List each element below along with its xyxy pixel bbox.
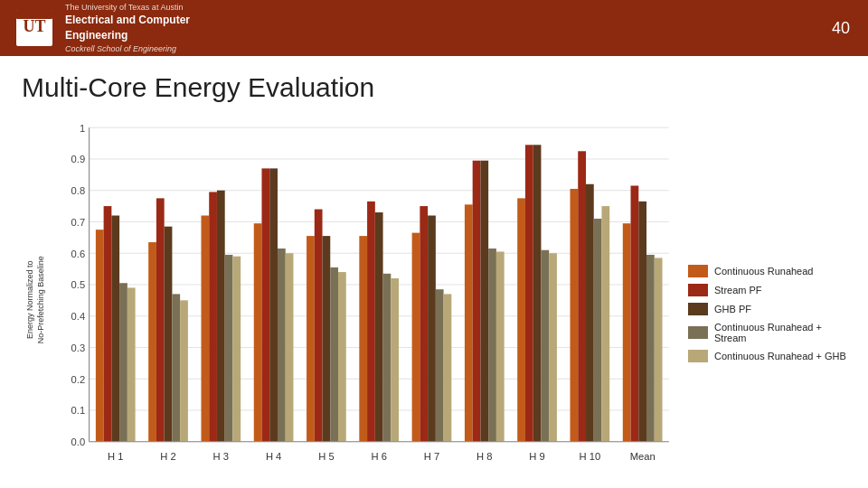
svg-rect-57 xyxy=(586,184,594,442)
svg-rect-76 xyxy=(444,294,452,441)
svg-rect-42 xyxy=(367,202,375,442)
svg-rect-69 xyxy=(646,255,655,442)
svg-rect-27 xyxy=(148,242,156,442)
university-line3: Engineering xyxy=(65,28,190,43)
svg-rect-74 xyxy=(338,272,346,442)
legend-item: Continuous Runahead + Stream xyxy=(688,322,846,343)
svg-rect-52 xyxy=(323,236,331,442)
svg-rect-43 xyxy=(420,206,428,442)
university-line4: Cockrell School of Engineering xyxy=(65,43,190,55)
y-axis-label: Energy Normalized toNo-Prefetching Basel… xyxy=(25,256,46,343)
svg-text:H 2: H 2 xyxy=(160,451,175,462)
svg-rect-53 xyxy=(375,212,383,442)
svg-rect-46 xyxy=(578,151,586,441)
page-title: Multi-Core Energy Evaluation xyxy=(22,72,846,103)
svg-rect-35 xyxy=(570,189,578,442)
svg-text:H 3: H 3 xyxy=(213,451,229,462)
svg-rect-54 xyxy=(428,216,436,442)
legend-label: Continuous Runahead + Stream xyxy=(714,322,846,343)
svg-rect-60 xyxy=(172,294,180,441)
svg-text:0.6: 0.6 xyxy=(71,249,86,259)
svg-rect-61 xyxy=(225,255,233,442)
legend-swatch xyxy=(688,326,708,339)
svg-text:0.4: 0.4 xyxy=(71,311,86,322)
svg-rect-45 xyxy=(525,145,533,441)
svg-rect-56 xyxy=(533,145,542,441)
svg-rect-68 xyxy=(594,219,602,442)
svg-rect-67 xyxy=(541,250,549,442)
svg-rect-77 xyxy=(496,251,505,441)
svg-rect-65 xyxy=(436,289,444,442)
svg-rect-40 xyxy=(261,168,269,441)
svg-text:0.7: 0.7 xyxy=(71,217,86,228)
svg-rect-50 xyxy=(217,191,225,442)
slide-number: 40 xyxy=(832,19,850,38)
legend-item: Continuous Runahead + GHB xyxy=(688,350,846,362)
legend-item: GHB PF xyxy=(688,303,846,315)
legend-label: Stream PF xyxy=(714,285,762,296)
svg-rect-51 xyxy=(269,168,278,441)
svg-rect-31 xyxy=(359,236,367,442)
svg-text:0.5: 0.5 xyxy=(71,279,86,290)
svg-rect-39 xyxy=(209,192,217,441)
svg-rect-47 xyxy=(631,185,639,441)
legend-item: Continuous Runahead xyxy=(688,265,846,277)
svg-rect-58 xyxy=(638,202,646,442)
svg-rect-37 xyxy=(104,206,112,442)
svg-rect-48 xyxy=(111,216,119,442)
logo-text: The University of Texas at Austin Electr… xyxy=(65,2,190,55)
legend-swatch xyxy=(688,350,708,362)
svg-rect-72 xyxy=(232,257,241,442)
svg-rect-38 xyxy=(156,198,165,441)
svg-rect-29 xyxy=(254,223,262,442)
content: Multi-Core Energy Evaluation Energy Norm… xyxy=(0,56,868,488)
legend-label: GHB PF xyxy=(714,304,751,314)
svg-rect-28 xyxy=(201,216,209,442)
svg-text:0.1: 0.1 xyxy=(71,405,86,416)
legend-label: Continuous Runahead xyxy=(714,266,813,277)
legend-item: Stream PF xyxy=(688,284,846,296)
svg-rect-59 xyxy=(119,283,127,441)
svg-rect-71 xyxy=(180,300,188,441)
svg-rect-49 xyxy=(165,227,173,442)
legend: Continuous Runahead Stream PF GHB PF Con… xyxy=(688,116,846,484)
svg-text:H 5: H 5 xyxy=(318,451,334,462)
university-logo: UT xyxy=(13,6,56,50)
svg-rect-44 xyxy=(473,161,481,442)
svg-rect-66 xyxy=(488,249,496,442)
svg-rect-41 xyxy=(315,210,323,442)
chart-and-legend: 0.00.10.20.30.40.50.60.70.80.91H 1H 2H 3… xyxy=(51,116,846,484)
svg-text:1: 1 xyxy=(80,123,85,134)
svg-text:H 8: H 8 xyxy=(476,451,492,462)
svg-text:H 7: H 7 xyxy=(424,451,439,462)
svg-rect-34 xyxy=(517,198,525,441)
svg-text:H 4: H 4 xyxy=(266,451,281,462)
svg-rect-26 xyxy=(96,230,104,442)
svg-text:H 9: H 9 xyxy=(529,451,544,462)
svg-text:0.8: 0.8 xyxy=(71,185,86,196)
svg-text:0.3: 0.3 xyxy=(71,343,86,353)
chart-wrapper: 0.00.10.20.30.40.50.60.70.80.91H 1H 2H 3… xyxy=(51,116,679,484)
svg-text:0.9: 0.9 xyxy=(71,154,86,164)
legend-label: Continuous Runahead + GHB xyxy=(714,351,846,361)
svg-text:H 1: H 1 xyxy=(108,451,123,462)
svg-rect-73 xyxy=(286,253,294,442)
svg-rect-63 xyxy=(330,267,338,442)
header: UT The University of Texas at Austin Ele… xyxy=(0,0,868,56)
svg-rect-3 xyxy=(16,10,52,19)
svg-rect-55 xyxy=(480,161,488,442)
svg-rect-64 xyxy=(383,274,392,442)
svg-rect-32 xyxy=(412,233,420,442)
svg-rect-79 xyxy=(601,206,609,442)
legend-swatch xyxy=(688,265,708,277)
svg-rect-75 xyxy=(391,278,399,442)
legend-swatch xyxy=(688,284,708,296)
svg-rect-33 xyxy=(465,204,473,441)
svg-rect-36 xyxy=(623,223,631,442)
svg-rect-78 xyxy=(549,253,557,442)
chart-svg: 0.00.10.20.30.40.50.60.70.80.91H 1H 2H 3… xyxy=(51,116,679,484)
svg-rect-30 xyxy=(307,236,315,442)
svg-rect-80 xyxy=(655,258,663,441)
university-line1: The University of Texas at Austin xyxy=(65,2,190,14)
svg-rect-62 xyxy=(278,249,286,442)
